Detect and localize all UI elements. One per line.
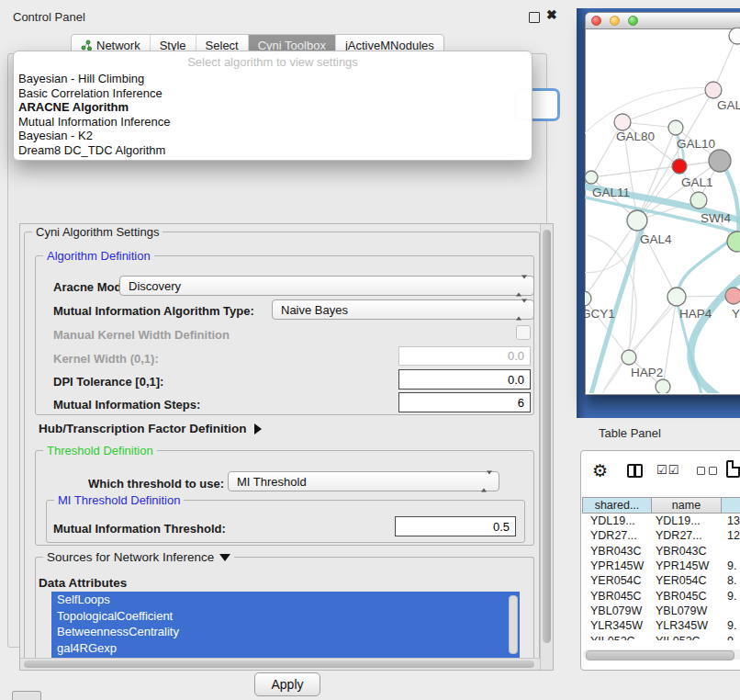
network-node-gal-pink[interactable] [705, 82, 722, 98]
network-node-gal11[interactable] [585, 171, 598, 184]
table-row[interactable]: YBL079WYBL079W [582, 604, 740, 618]
dpi-tolerance-field[interactable] [398, 369, 531, 390]
mi-steps-field[interactable] [398, 392, 531, 412]
table-cell: YER054C [652, 574, 722, 587]
network-node-bottom-partial[interactable] [656, 379, 670, 393]
table-horizontal-scrollbar-thumb[interactable] [586, 650, 734, 660]
threshold-definition-title: Threshold Definition [43, 444, 157, 457]
network-node-gal1[interactable] [690, 192, 707, 209]
float-window-icon[interactable] [529, 12, 540, 23]
table-cell: YBR043C [582, 545, 652, 558]
algorithm-option[interactable]: Bayesian - K2 [14, 129, 532, 143]
network-node-gal4[interactable] [627, 210, 647, 231]
network-edge[interactable] [585, 220, 637, 299]
sources-title[interactable]: Sources for Network Inference [43, 550, 234, 564]
horizontal-scrollbar[interactable] [20, 658, 541, 671]
attribute-item[interactable]: TopologicalCoefficient [51, 608, 520, 625]
network-node-gal10-gray[interactable] [709, 150, 731, 172]
kernel-width-field[interactable] [398, 346, 531, 366]
spinner-arrows-icon [516, 303, 527, 317]
zoom-traffic-light-icon[interactable] [628, 16, 638, 26]
manual-kernel-checkbox[interactable] [516, 325, 531, 340]
algorithm-option[interactable]: Basic Correlation Inference [14, 86, 532, 101]
table-row[interactable]: YBR045CYBR045C9. [582, 588, 740, 603]
gear-icon[interactable]: ⚙ [592, 460, 608, 481]
table-row[interactable]: YER054CYER054C8. [582, 573, 740, 588]
network-node-top-partial[interactable] [729, 28, 740, 44]
table-cell: YPR145W [582, 559, 652, 572]
network-node-label: GAL [717, 98, 740, 112]
table-row[interactable]: YDL19...YDL19...13 [582, 514, 740, 528]
network-edge[interactable] [713, 36, 737, 90]
which-threshold-combo[interactable]: MI Threshold [228, 471, 499, 491]
attribute-item[interactable]: gal4RGexp [51, 640, 520, 657]
table-cell: YDR27... [582, 529, 652, 542]
kernel-width-label: Kernel Width (0,1): [53, 352, 159, 366]
hub-definition-toggle[interactable]: Hub/Transcription Factor Definition [39, 422, 262, 435]
aracne-mode-combo[interactable]: Discovery [119, 276, 534, 296]
apply-button[interactable]: Apply [254, 672, 320, 696]
cyni-algorithm-settings-title: Cyni Algorithm Settings [32, 225, 163, 239]
network-edge-thick[interactable] [723, 165, 738, 237]
network-node-swi4[interactable] [727, 231, 740, 252]
algorithm-option[interactable]: Mutual Information Inference [14, 115, 532, 130]
table-cell: YER054C [582, 574, 652, 587]
vertical-scrollbar[interactable] [540, 224, 553, 670]
new-document-icon[interactable] [726, 460, 740, 478]
table-cell: YBL079W [652, 604, 722, 617]
mi-algorithm-type-combo[interactable]: Naive Bayes [272, 299, 534, 320]
algorithm-option-selected[interactable]: ARACNE Algorithm [14, 100, 532, 115]
mi-threshold-label: Mutual Information Threshold: [53, 522, 226, 536]
table-row[interactable]: YIL052CYIL052C9. [582, 633, 740, 640]
table-cell: YIL052C [582, 635, 652, 640]
network-svg[interactable]: GALGAL80GAL10GAL1GAL11GAL4SWI4GCY1HAP4YH… [585, 28, 740, 393]
algorithm-definition-title: Algorithm Definition [43, 249, 154, 263]
network-node-hap4[interactable] [667, 288, 686, 306]
network-node-gcy1[interactable] [585, 291, 591, 306]
network-node-label: GAL4 [640, 232, 672, 246]
settings-scroll-area: Cyni Algorithm Settings Algorithm Defini… [19, 223, 554, 671]
close-icon[interactable]: ✖ [546, 7, 557, 22]
algorithm-option[interactable]: Dream8 DC_TDC Algorithm [14, 143, 532, 158]
column-header-name[interactable]: name [652, 497, 722, 514]
mi-steps-label: Mutual Information Steps: [53, 398, 200, 412]
network-node-label: SWI4 [701, 211, 731, 225]
close-traffic-light-icon[interactable] [591, 16, 601, 26]
network-edge[interactable] [622, 90, 713, 122]
column-header-partial[interactable] [722, 497, 740, 514]
table-cell: 9. [722, 590, 740, 603]
algorithm-dropdown-popup: Select algorithm to view settings Bayesi… [13, 51, 533, 161]
network-node-red-node[interactable] [672, 159, 687, 174]
algorithm-popup-placeholder: Select algorithm to view settings [14, 51, 532, 72]
table-horizontal-scrollbar[interactable] [583, 649, 740, 660]
minimize-traffic-light-icon[interactable] [610, 16, 620, 26]
mi-algorithm-type-value: Naive Bayes [281, 303, 348, 317]
network-node-gal10[interactable] [668, 120, 683, 135]
table-row[interactable]: YLR345WYLR345W9. [582, 618, 740, 633]
vertical-scrollbar-thumb[interactable] [543, 230, 551, 643]
table-cell: YDR27... [652, 529, 722, 542]
mi-algorithm-type-label: Mutual Information Algorithm Type: [53, 304, 254, 318]
algorithm-option[interactable]: Bayesian - Hill Climbing [14, 72, 532, 86]
table-row[interactable]: YBR043CYBR043C [582, 544, 740, 559]
column-header-shared-name[interactable]: shared... [582, 497, 652, 514]
split-columns-icon[interactable] [627, 464, 643, 478]
network-node-y-salmon[interactable] [725, 288, 740, 304]
collapse-down-icon [219, 554, 230, 561]
attributes-scrollbar[interactable] [509, 595, 518, 654]
spinner-arrows-icon [481, 475, 492, 489]
network-node-hap2[interactable] [622, 350, 636, 365]
deselect-all-icon[interactable] [697, 467, 717, 475]
attribute-item[interactable]: SelfLoops [51, 592, 520, 608]
table-row[interactable]: YPR145WYPR145W9. [582, 559, 740, 573]
bottom-left-mini-button[interactable] [12, 691, 41, 700]
table-cell: 9. [722, 635, 740, 640]
expand-right-icon [254, 423, 262, 435]
table-row[interactable]: YDR27...YDR27...12 [582, 528, 740, 543]
table-cell: YLR345W [652, 619, 722, 632]
mi-threshold-field[interactable] [395, 516, 516, 536]
horizontal-scrollbar-thumb[interactable] [24, 660, 534, 668]
network-node-gal80[interactable] [614, 114, 631, 130]
select-all-icon[interactable]: ☑☑ [656, 463, 679, 477]
attribute-item[interactable]: BetweennessCentrality [51, 624, 520, 640]
